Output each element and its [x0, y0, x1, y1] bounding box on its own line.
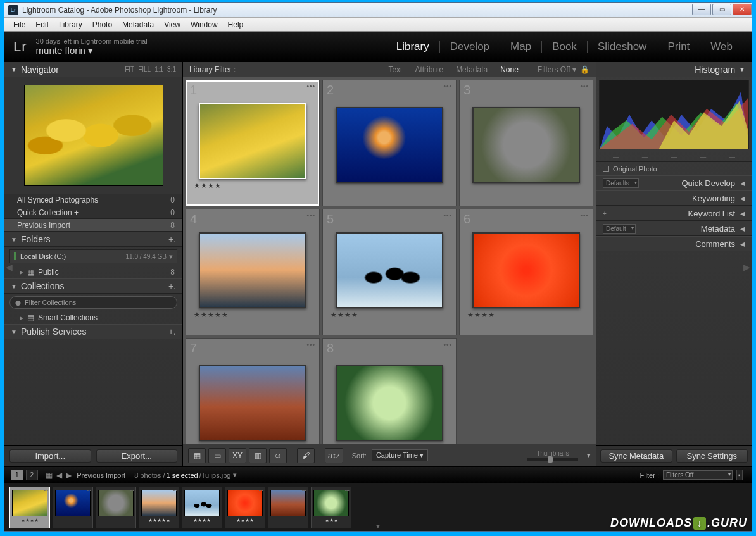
loupe-view-button[interactable]: ▭ [208, 448, 226, 463]
secondary-display-button[interactable]: 2 [26, 470, 39, 480]
import-button[interactable]: Import... [9, 449, 91, 463]
grid-cell[interactable]: 5•••★★★★ [322, 209, 457, 335]
menu-edit[interactable]: Edit [30, 20, 54, 29]
filter-lock-icon[interactable]: ▪ [736, 470, 743, 480]
primary-display-button[interactable]: 1 [11, 470, 23, 480]
sort-dropdown[interactable]: Capture Time ▾ [372, 449, 428, 461]
menu-view[interactable]: View [159, 20, 186, 29]
breadcrumb-dropdown-icon[interactable]: ▾ [233, 471, 237, 479]
folder-item[interactable]: ▸ ▦ Public 8 [4, 266, 182, 278]
toolbar-menu-icon[interactable]: ▾ [587, 451, 591, 459]
module-library[interactable]: Library [386, 41, 440, 53]
user-name[interactable]: munte florin ▾ [36, 45, 148, 56]
source-label[interactable]: Previous Import [77, 471, 125, 479]
grid-cell[interactable]: 7••• [186, 338, 320, 444]
sync-settings-button[interactable]: Sync Settings [676, 449, 748, 463]
menu-window[interactable]: Window [186, 20, 223, 29]
histogram-display[interactable] [599, 80, 749, 149]
filmstrip-cell[interactable]: ••• [96, 487, 136, 528]
filmstrip-cell[interactable]: ••• [53, 487, 93, 528]
grid-cell[interactable]: 4•••★★★★★ [186, 209, 320, 335]
add-keyword-icon[interactable]: + [603, 210, 607, 217]
minimize-button[interactable]: — [692, 4, 711, 15]
filter-tab-text[interactable]: Text [382, 65, 408, 74]
metadata-header[interactable]: Default Metadata ◀ [596, 221, 752, 236]
menu-help[interactable]: Help [223, 20, 249, 29]
nav-forward-icon[interactable]: ▶ [66, 471, 72, 480]
grid-cell[interactable]: 2••• [322, 80, 457, 206]
compare-view-button[interactable]: XY [229, 448, 246, 463]
module-map[interactable]: Map [500, 41, 542, 53]
zoom-mode-3-1[interactable]: 3:1 [167, 66, 176, 73]
collection-item[interactable]: ▸ ▤ Smart Collections [4, 311, 182, 324]
catalog-item[interactable]: Quick Collection +0 [4, 206, 182, 219]
filmstrip-cell[interactable]: •••★★★★★ [139, 487, 179, 528]
catalog-item[interactable]: Previous Import8 [4, 219, 182, 232]
grid-view-button[interactable]: ▦ [188, 448, 206, 463]
filmstrip-cell[interactable]: •••★★★★ [225, 487, 265, 528]
quick-develop-preset-dropdown[interactable]: Defaults [603, 178, 639, 188]
module-develop[interactable]: Develop [440, 41, 500, 53]
navigator-zoom-modes[interactable]: FITFILL1:13:1 [125, 66, 176, 73]
add-collection-icon[interactable]: +. [168, 281, 176, 291]
people-view-button[interactable]: ☺ [269, 448, 287, 463]
histogram-header[interactable]: Histogram ▼ [596, 62, 752, 77]
filter-tab-metadata[interactable]: Metadata [450, 65, 494, 74]
filmstrip-cell[interactable]: •••★★★ [311, 487, 351, 528]
zoom-mode-fit[interactable]: FIT [125, 66, 134, 73]
menu-file[interactable]: File [8, 20, 30, 29]
painter-tool-button[interactable]: 🖌 [297, 448, 315, 463]
navigator-header[interactable]: ▼ Navigator FITFILL1:13:1 [4, 62, 182, 77]
folders-header[interactable]: ▼ Folders +. [4, 232, 182, 247]
maximize-button[interactable]: ▭ [712, 4, 731, 15]
close-button[interactable]: ✕ [733, 4, 752, 15]
menu-photo[interactable]: Photo [87, 20, 117, 29]
chevron-down-icon[interactable]: ▾ [169, 252, 173, 261]
menu-metadata[interactable]: Metadata [117, 20, 159, 29]
star-rating[interactable]: ★★★★ [467, 311, 495, 319]
add-folder-icon[interactable]: +. [168, 234, 176, 244]
sync-metadata-button[interactable]: Sync Metadata [600, 449, 672, 463]
comments-header[interactable]: Comments ◀ [596, 236, 752, 251]
module-print[interactable]: Print [657, 41, 700, 53]
checkbox-icon[interactable] [603, 166, 609, 172]
grid-cell[interactable]: 3••• [459, 80, 593, 206]
publish-header[interactable]: ▼ Publish Services +. [4, 324, 182, 339]
filmstrip-cell[interactable]: •••★★★★ [182, 487, 222, 528]
catalog-item[interactable]: All Synced Photographs0 [4, 194, 182, 206]
thumbnail-size-slider[interactable] [527, 458, 578, 461]
filmstrip-cell[interactable]: •••★★★★ [9, 487, 50, 528]
module-book[interactable]: Book [542, 41, 588, 53]
grid-cell[interactable]: 6•••★★★★ [459, 209, 593, 335]
nav-back-icon[interactable]: ◀ [56, 471, 62, 480]
export-button[interactable]: Export... [96, 449, 178, 463]
original-photo-row[interactable]: Original Photo [596, 161, 752, 175]
quick-develop-header[interactable]: Defaults Quick Develop ◀ [596, 175, 752, 190]
grid-cell[interactable]: 8••• [322, 338, 457, 444]
disk-volume[interactable]: Local Disk (C:) 11.0 / 49.4 GB ▾ [9, 249, 177, 263]
survey-view-button[interactable]: ▥ [249, 448, 267, 463]
module-web[interactable]: Web [700, 41, 743, 53]
collections-header[interactable]: ▼ Collections +. [4, 278, 182, 294]
star-rating[interactable]: ★★★★ [331, 311, 358, 319]
right-panel-toggle[interactable]: ▶ [743, 262, 750, 272]
menu-library[interactable]: Library [54, 20, 87, 29]
keywording-header[interactable]: Keywording ◀ [596, 190, 752, 206]
filter-collections-input[interactable]: Filter Collections [9, 296, 177, 309]
left-panel-toggle[interactable]: ◀ [6, 262, 13, 272]
add-publish-icon[interactable]: +. [168, 327, 176, 337]
lock-icon[interactable]: 🔒 [580, 65, 589, 74]
star-rating[interactable]: ★★★★ [194, 182, 222, 190]
star-rating[interactable]: ★★★★★ [194, 311, 229, 319]
grid-icon[interactable]: ▦ [46, 471, 53, 480]
navigator-preview[interactable] [4, 77, 182, 194]
module-slideshow[interactable]: Slideshow [588, 41, 658, 53]
filmstrip-cell[interactable]: ••• [268, 487, 308, 528]
filter-tab-attribute[interactable]: Attribute [408, 65, 450, 74]
zoom-mode-1-1[interactable]: 1:1 [154, 66, 163, 73]
filter-tab-none[interactable]: None [494, 65, 525, 74]
filmstrip-toggle[interactable]: ▼ [375, 523, 381, 530]
zoom-mode-fill[interactable]: FILL [138, 66, 151, 73]
sort-direction-button[interactable]: a↕z [325, 448, 343, 463]
grid-cell[interactable]: 1•••★★★★ [186, 80, 320, 206]
